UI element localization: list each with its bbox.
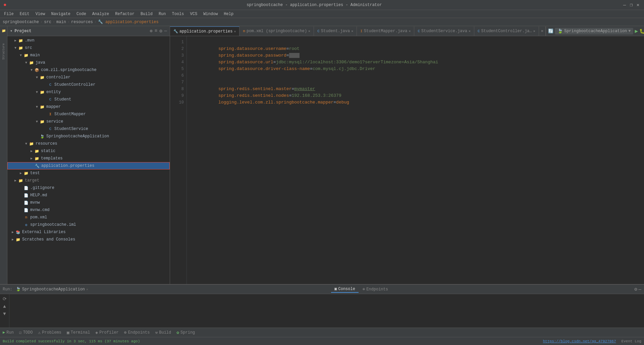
run-play-icon[interactable]: ▶: [635, 28, 638, 34]
menu-refactor[interactable]: Refactor: [112, 11, 137, 17]
tree-item-scratches[interactable]: ▶ 📁 Scratches and Consoles: [7, 236, 170, 243]
tree-item-test[interactable]: ▶ 📁 test: [7, 169, 170, 177]
scroll-up-bottom-icon[interactable]: ▲: [2, 303, 6, 310]
maximize-button[interactable]: ❐: [629, 2, 634, 8]
tree-item-mvn[interactable]: ▶ 📁 .mvn: [7, 37, 170, 44]
project-icon[interactable]: 📁: [0, 27, 7, 34]
tab-studentcontroller-java[interactable]: C StudentController.ja… ✕: [474, 26, 539, 36]
menu-navigate[interactable]: Navigate: [48, 11, 73, 17]
title-bar-left: ●: [3, 2, 7, 8]
hide-icon[interactable]: —: [164, 28, 167, 34]
tab-close-studentjava[interactable]: ✕: [351, 29, 353, 33]
settings-icon[interactable]: ⚙: [159, 28, 162, 34]
close-button[interactable]: ✕: [635, 2, 641, 8]
breadcrumb-project[interactable]: springbootcache: [3, 20, 39, 24]
tab-close-studentmapper[interactable]: ✕: [409, 29, 411, 33]
menu-edit[interactable]: Edit: [17, 11, 32, 17]
tab-close-studentservice[interactable]: ✕: [469, 29, 471, 33]
tree-item-extlibs[interactable]: ▶ 📚 External Libraries: [7, 228, 170, 236]
tree-item-service[interactable]: ▼ 📁 service: [7, 118, 170, 125]
run-panel-minimize-icon[interactable]: —: [639, 287, 641, 292]
tab-studentservice-java[interactable]: C StudentService.java ✕: [414, 26, 474, 36]
console-output[interactable]: [9, 294, 644, 328]
menu-code[interactable]: Code: [74, 11, 89, 17]
menu-file[interactable]: File: [1, 11, 16, 17]
tree-item-studentservice[interactable]: C StudentService: [7, 125, 170, 133]
breadcrumb-src[interactable]: src: [44, 20, 51, 24]
status-url[interactable]: https://blog.csdn.net/qq_47927867: [543, 339, 616, 343]
prop-key-7: spring.redis.sentinel.master: [218, 86, 291, 91]
tree-item-mapper[interactable]: ▼ 📁 mapper: [7, 103, 170, 111]
build-toolbar-btn[interactable]: ⚒ Build: [155, 330, 171, 335]
endpoints-tab[interactable]: ⊕ Endpoints: [359, 286, 391, 292]
tab-pom-xml[interactable]: m pom.xml (springbootcache) ✕: [239, 26, 314, 36]
tab-more[interactable]: »: [539, 26, 546, 36]
locate-icon[interactable]: ⊕: [150, 28, 152, 34]
menu-window[interactable]: Window: [201, 11, 220, 17]
tree-item-springbootapp[interactable]: 🍃 SpringbootcacheApplication: [7, 133, 170, 140]
tree-item-mvnwcmd[interactable]: 📄 mvnw.cmd: [7, 206, 170, 214]
tab-studentmapper-java[interactable]: I StudentMapper.java ✕: [357, 26, 414, 36]
no-arrow: [18, 222, 23, 227]
tabs-scroll: 🔧 application.properties ✕ m pom.xml (sp…: [170, 26, 546, 36]
structure-icon[interactable]: Structure: [0, 48, 7, 55]
rerun-icon[interactable]: ⟳: [2, 295, 7, 302]
tab-student-java[interactable]: C Student.java ✕: [314, 26, 357, 36]
tree-item-iml[interactable]: ⚙ springbootcache.iml: [7, 221, 170, 228]
terminal-toolbar-btn[interactable]: ▣ Terminal: [67, 330, 90, 335]
tree-item-pomxml[interactable]: m pom.xml: [7, 214, 170, 221]
code-content[interactable]: spring.datasource.username=root spring.d…: [187, 36, 644, 284]
tree-item-src[interactable]: ▼ 📁 src: [7, 44, 170, 52]
run-toolbar-btn[interactable]: ▶ Run: [3, 330, 14, 335]
tree-item-studentcontroller[interactable]: C StudentController: [7, 81, 170, 88]
tree-item-java[interactable]: ▼ 📁 java: [7, 59, 170, 66]
run-debug-icon[interactable]: 🐛: [639, 28, 644, 34]
project-dropdown-icon[interactable]: ▾: [10, 28, 12, 33]
tree-item-studentmapper[interactable]: I StudentMapper: [7, 111, 170, 118]
minimize-button[interactable]: —: [622, 2, 627, 8]
tree-item-static[interactable]: ▶ 📁 static: [7, 147, 170, 155]
breadcrumb-resources[interactable]: resources: [71, 20, 93, 24]
endpoints-toolbar-btn[interactable]: ⊕ Endpoints: [124, 330, 150, 335]
console-tab[interactable]: ▣ Console: [331, 286, 359, 293]
tree-item-resources[interactable]: ▼ 📁 resources: [7, 140, 170, 147]
menu-build[interactable]: Build: [138, 11, 155, 17]
breadcrumb-file[interactable]: 🔧 application.properties: [98, 19, 159, 24]
event-log-btn[interactable]: Event Log: [622, 339, 641, 343]
menu-analyze[interactable]: Analyze: [90, 11, 112, 17]
todo-toolbar-btn[interactable]: ☑ TODO: [19, 330, 33, 335]
profiler-toolbar-btn[interactable]: ◈ Profiler: [95, 330, 118, 335]
run-panel-close[interactable]: ✕: [86, 287, 88, 291]
tree-item-appprops[interactable]: 🔧 application.properties: [7, 162, 170, 169]
menu-view[interactable]: View: [33, 11, 48, 17]
tab-application-properties[interactable]: 🔧 application.properties ✕: [170, 26, 239, 36]
collapse-icon[interactable]: ≡: [155, 28, 157, 34]
project-header-actions: ⊕ ≡ ⚙ —: [150, 28, 167, 34]
extlibs-icon: 📚: [15, 229, 21, 235]
tab-close-pomxml[interactable]: ✕: [308, 29, 310, 33]
run-panel-settings-icon[interactable]: ⚙: [634, 286, 637, 292]
tab-close-studentcontroller[interactable]: ✕: [533, 29, 535, 33]
spring-toolbar-btn[interactable]: ✿ Spring: [176, 330, 195, 335]
run-config-sync-icon[interactable]: 🔄: [548, 28, 553, 34]
tree-item-main[interactable]: ▼ 📁 main: [7, 52, 170, 59]
tree-item-entity[interactable]: ▼ 📁 entity: [7, 88, 170, 96]
menu-tools[interactable]: Tools: [169, 11, 187, 17]
tab-close-appprops[interactable]: ✕: [234, 29, 236, 33]
tree-item-package[interactable]: ▼ 📦 com.zll.springbootcache: [7, 66, 170, 74]
tree-item-mvnw[interactable]: 📄 mvnw: [7, 199, 170, 206]
xml-file-icon: m: [23, 215, 29, 220]
tree-item-templates[interactable]: ▶ 📁 templates: [7, 155, 170, 162]
menu-help[interactable]: Help: [221, 11, 236, 17]
tree-item-target[interactable]: ▶ 📁 target: [7, 177, 170, 184]
tree-item-controller[interactable]: ▼ 📁 controller: [7, 74, 170, 81]
tree-item-helpmd[interactable]: 📄 HELP.md: [7, 192, 170, 199]
breadcrumb-main[interactable]: main: [56, 20, 66, 24]
menu-vcs[interactable]: VCS: [187, 11, 200, 17]
tree-item-gitignore[interactable]: 📄 .gitignore: [7, 184, 170, 192]
problems-toolbar-btn[interactable]: ⚠ Problems: [38, 330, 61, 335]
tree-item-student[interactable]: C Student: [7, 96, 170, 103]
scroll-down-bottom-icon[interactable]: ▼: [2, 310, 6, 317]
run-config-dropdown-icon[interactable]: ▼: [628, 29, 631, 33]
menu-run[interactable]: Run: [156, 11, 169, 17]
